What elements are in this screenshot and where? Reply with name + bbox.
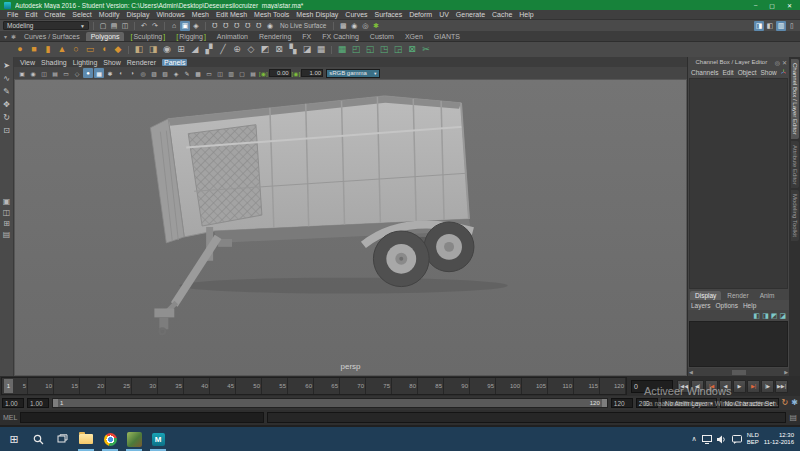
target-weld-icon[interactable]: ⊕ [231,44,243,56]
task-view-button[interactable] [50,427,74,451]
scale-tool-icon[interactable]: ⊡ [3,127,10,135]
shelf-tab[interactable]: Rigging [171,32,211,41]
snap-to-curve-icon[interactable]: ℧ [221,21,231,31]
poly-cube-icon[interactable]: ■ [28,44,40,56]
layout-outliner-icon[interactable]: ▤ [3,231,11,239]
render-settings-icon[interactable]: ✱ [371,21,381,31]
go-to-start-button[interactable]: |◀◀ [677,380,690,393]
shelf-tab[interactable]: Rendering [254,32,296,41]
channel-box-toggle-icon[interactable]: ▥ [776,21,786,31]
textured-icon[interactable]: ▦ [94,68,104,78]
shelf-tab[interactable]: Sculpting [125,32,170,41]
giants-export-icon[interactable]: ▦ [336,44,348,56]
lasso-tool-icon[interactable]: ∿ [3,75,10,83]
shelf-tab[interactable]: FX [297,32,316,41]
poly-sphere-icon[interactable]: ● [14,44,26,56]
snap-to-grid-icon[interactable]: ℧ [210,21,220,31]
giants-clip-icon[interactable]: ⊠ [406,44,418,56]
poly-pyramid-icon[interactable]: ◆ [112,44,124,56]
safe-action-icon[interactable]: ▢ [237,68,247,78]
perspective-viewport[interactable]: persp [14,79,687,376]
create-empty-layer-icon[interactable]: ◨ [762,312,769,319]
sidebar-vertical-tab[interactable]: Channel Box / Layer Editor [791,59,799,139]
screen-space-ao-icon[interactable]: ◑ [127,68,137,78]
ipr-render-icon[interactable]: ◎ [360,21,370,31]
play-backwards-button[interactable]: ◀ [719,380,732,393]
menu-item[interactable]: Windows [156,11,184,18]
separate-icon[interactable]: ◨ [147,44,159,56]
menu-item[interactable]: Deform [409,11,432,18]
channel-box-menu-item[interactable]: Edit [722,69,733,76]
range-start-handle[interactable] [53,399,58,407]
minimize-button[interactable]: – [750,2,761,8]
current-frame-marker[interactable]: 1 [4,379,13,393]
lights-icon[interactable]: ✱ [105,68,115,78]
open-render-view-icon[interactable]: ▩ [338,21,348,31]
panel-menu-item[interactable]: Lighting [73,59,98,66]
shadows-icon[interactable]: ◐ [116,68,126,78]
maya-taskbar-button[interactable]: M [146,427,170,451]
pin-icon[interactable]: ◎ [775,59,780,66]
select-by-component-icon[interactable]: ◈ [191,21,201,31]
layer-editor-menu-item[interactable]: Help [743,302,756,309]
exposure-icon[interactable]: [◉] [259,70,268,77]
panel-menu-item[interactable]: Shading [41,59,67,66]
shelf-editor-icon[interactable]: ✱ [9,33,18,41]
sculpt-icon[interactable]: ◪ [301,44,313,56]
language-indicator[interactable]: NLD BEP [747,432,759,445]
time-slider[interactable]: 5101520253035404550556065707580859095100… [1,377,627,395]
exposure-field[interactable]: 0.00 [269,69,291,77]
menu-item[interactable]: Edit [25,11,37,18]
move-selected-to-layer-icon[interactable]: ◧ [754,312,761,319]
manipulator-axis-icon[interactable] [781,68,786,76]
tray-chevron-icon[interactable]: ∧ [692,435,697,443]
channel-box-menu-item[interactable]: Show [760,69,776,76]
menu-item[interactable]: Mesh Display [296,11,338,18]
bridge-icon[interactable]: ▞ [203,44,215,56]
safe-title-icon[interactable]: ▤ [248,68,258,78]
mel-label[interactable]: MEL [3,414,17,421]
layer-editor-tab[interactable]: Anim [755,291,780,300]
menu-item[interactable]: Modify [99,11,120,18]
quad-draw-icon[interactable]: ◇ [245,44,257,56]
menu-item[interactable]: Mesh [192,11,209,18]
giants-cut-icon[interactable]: ✂ [420,44,432,56]
scroll-right-icon[interactable]: ▶ [784,369,788,375]
image-plane-icon[interactable]: ▭ [61,68,71,78]
sidebar-vertical-tab[interactable]: Modeling Toolkit [791,190,799,241]
play-forwards-button[interactable]: ▶ [733,380,746,393]
channel-box-menu-item[interactable]: Object [738,69,757,76]
bevel-icon[interactable]: ◢ [189,44,201,56]
xray-icon[interactable]: ▧ [160,68,170,78]
camera-attributes-icon[interactable]: ◫ [39,68,49,78]
layer-editor-tab[interactable]: Render [722,291,753,300]
range-end-handle[interactable] [602,399,607,407]
layer-editor-tab[interactable]: Display [690,291,721,300]
render-current-frame-icon[interactable]: ◉ [349,21,359,31]
menu-item[interactable]: Edit Mesh [216,11,247,18]
layer-scrollbar[interactable]: ◀ ▶ [688,368,789,376]
go-to-end-button[interactable]: ▶▶| [775,380,788,393]
menu-item[interactable]: Display [126,11,149,18]
range-slider-bar[interactable]: 1 120 [52,398,608,408]
make-object-live-icon[interactable]: ◉ [265,21,275,31]
shelf-tab[interactable]: GIANTS [429,32,465,41]
clock[interactable]: 12:30 11-12-2016 [764,432,794,445]
resolution-gate-icon[interactable]: ◫ [215,68,225,78]
auto-keyframe-toggle-icon[interactable]: ↻ [782,399,789,407]
channel-box-menu-item[interactable]: Channels [691,69,718,76]
layout-four-pane-icon[interactable]: ⊞ [3,220,10,228]
select-by-hierarchy-icon[interactable]: ⌂ [169,21,179,31]
create-layer-assign-selected-icon[interactable]: ◪ [779,312,786,319]
poly-torus-icon[interactable]: ○ [70,44,82,56]
trailer-model-3d-view[interactable] [15,80,686,375]
combine-icon[interactable]: ◧ [133,44,145,56]
shelf-tab[interactable]: XGen [400,32,428,41]
menu-item[interactable]: Curves [345,11,367,18]
shelf-tab[interactable]: Curves / Surfaces [19,32,85,41]
tool-settings-toggle-icon[interactable]: ◧ [765,21,775,31]
animation-preferences-icon[interactable]: ✱ [791,399,798,407]
animation-start-field[interactable]: 1.00 [27,398,49,408]
menu-item[interactable]: File [7,11,18,18]
network-icon[interactable] [702,435,712,444]
